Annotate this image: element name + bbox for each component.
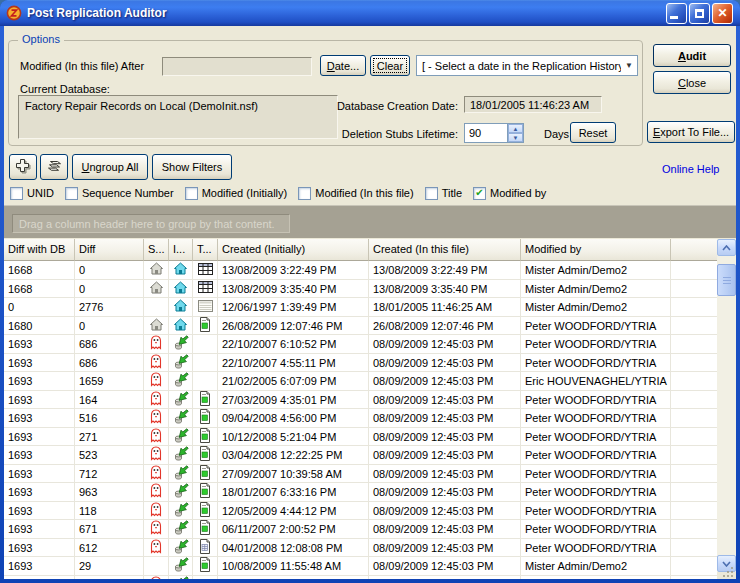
cell-created-initially: 09/04/2008 4:56:00 PM — [218, 409, 369, 428]
table-row[interactable]: 0 2776 12/06/1997 1:39:49 PM 18/01/2005 … — [4, 298, 717, 317]
checkbox[interactable] — [298, 187, 311, 200]
deletion-stubs-stepper[interactable]: 90 ▲ ▼ — [464, 123, 524, 143]
scrollbar-thumb[interactable] — [717, 264, 736, 296]
expand-groups-button[interactable] — [9, 154, 37, 180]
reset-button[interactable]: Reset — [570, 122, 616, 143]
table-row[interactable]: 1693 963 18/01/2007 6:33:16 PM 08/09/200… — [4, 483, 717, 502]
table-row[interactable]: 1693 29 10/08/2009 11:55:48 AM 08/09/200… — [4, 557, 717, 576]
cell-s-icon — [144, 261, 169, 280]
resize-grip[interactable] — [722, 566, 734, 578]
table-row[interactable]: 1680 0 26/08/2009 12:07:46 PM 26/08/2009… — [4, 317, 717, 336]
cell-created-in-file: 08/09/2009 12:45:03 PM — [369, 520, 521, 539]
column-header-diff[interactable]: Diff — [75, 239, 144, 261]
current-database-value: Factory Repair Records on Local (DemoIni… — [18, 95, 338, 139]
cell-diff-with-db: 1693 — [4, 372, 75, 391]
cell-t-icon — [193, 576, 218, 580]
home-gray-icon — [149, 281, 164, 296]
checkbox-label: Modified (Initially) — [202, 187, 288, 199]
date-button[interactable]: Date... — [320, 55, 366, 76]
table-row[interactable]: 1693 523 03/04/2008 12:22:25 PM 08/09/20… — [4, 446, 717, 465]
maximize-button[interactable] — [689, 3, 710, 24]
ungroup-all-button[interactable]: Ungroup All — [72, 154, 148, 180]
ghost-icon — [149, 520, 163, 537]
checkbox[interactable] — [10, 187, 23, 200]
checkbox[interactable] — [65, 187, 78, 200]
table-row[interactable]: 1693 612 04/01/2008 12:08:08 PM 08/09/20… — [4, 539, 717, 558]
import-icon — [173, 539, 189, 556]
cell-diff — [75, 576, 144, 580]
dialog-content: Options Modified (In this file) After Da… — [4, 26, 736, 579]
spin-up-button[interactable]: ▲ — [508, 124, 523, 133]
grouping-drop-zone[interactable]: Drag a column header here to group by th… — [4, 205, 736, 238]
column-header-created-initially[interactable]: Created (Initially) — [218, 239, 369, 261]
minimize-button[interactable] — [666, 3, 687, 24]
close-button[interactable]: Close — [653, 71, 731, 94]
cell-created-initially: 10/08/2009 11:55:48 AM — [218, 557, 369, 576]
column-header-created-in-file[interactable]: Created (In this file) — [369, 239, 521, 261]
vertical-scrollbar[interactable] — [717, 239, 736, 572]
table-row[interactable] — [4, 576, 717, 580]
column-header-t[interactable]: T... — [193, 239, 218, 261]
audit-button[interactable]: Audit — [653, 44, 731, 67]
cell-t-icon — [193, 372, 218, 391]
column-header-modified-by[interactable]: Modified by — [521, 239, 671, 261]
table-row[interactable]: 1693 671 06/11/2007 2:00:52 PM 08/09/200… — [4, 520, 717, 539]
cell-filler — [671, 539, 717, 558]
table-row[interactable]: 1693 686 22/10/2007 6:10:52 PM 08/09/200… — [4, 335, 717, 354]
cell-created-in-file: 08/09/2009 12:45:03 PM — [369, 391, 521, 410]
cell-i-icon — [169, 335, 193, 354]
table-row[interactable]: 1693 118 12/05/2009 4:44:12 PM 08/09/200… — [4, 502, 717, 521]
checkbox[interactable]: ✔ — [473, 187, 486, 200]
table-row[interactable]: 1693 271 10/12/2008 5:21:04 PM 08/09/200… — [4, 428, 717, 447]
column-toggle[interactable]: UNID — [10, 187, 54, 200]
cell-created-initially: 12/05/2009 4:44:12 PM — [218, 502, 369, 521]
table-row[interactable]: 1693 686 22/10/2007 4:55:11 PM 08/09/200… — [4, 354, 717, 373]
spin-down-button[interactable]: ▼ — [508, 133, 523, 142]
table-row[interactable]: 1693 712 27/09/2007 10:39:58 AM 08/09/20… — [4, 465, 717, 484]
table-row[interactable]: 1668 0 13/08/2009 3:22:49 PM 13/08/2009 … — [4, 261, 717, 280]
cell-created-in-file: 08/09/2009 12:45:03 PM — [369, 335, 521, 354]
table-row[interactable]: 1668 0 13/08/2009 3:35:40 PM 13/08/2009 … — [4, 280, 717, 299]
cell-created-in-file: 08/09/2009 12:45:03 PM — [369, 409, 521, 428]
table-row[interactable]: 1693 1659 21/02/2005 6:07:09 PM 08/09/20… — [4, 372, 717, 391]
scroll-up-button[interactable] — [717, 239, 736, 256]
cell-filler — [671, 520, 717, 539]
doc-icon — [199, 557, 211, 574]
doc-icon — [199, 502, 211, 519]
cell-filler — [671, 280, 717, 299]
cell-filler — [671, 261, 717, 280]
online-help-link[interactable]: Online Help — [662, 163, 719, 175]
column-toggle[interactable]: Title — [425, 187, 462, 200]
cell-diff-with-db: 1693 — [4, 557, 75, 576]
show-filters-button[interactable]: Show Filters — [152, 154, 232, 180]
cell-diff: 516 — [75, 409, 144, 428]
column-toggle[interactable]: ✔ Modified by — [473, 187, 546, 200]
cell-created-initially: 22/10/2007 4:55:11 PM — [218, 354, 369, 373]
column-toggle[interactable]: Modified (In this file) — [298, 187, 413, 200]
column-toggle[interactable]: Sequence Number — [65, 187, 174, 200]
replication-history-dropdown[interactable]: [ - Select a date in the Replication His… — [416, 55, 638, 76]
clear-button[interactable]: Clear — [370, 55, 410, 76]
cell-filler — [671, 465, 717, 484]
cell-diff-with-db: 1668 — [4, 261, 75, 280]
column-header-diff-with-db[interactable]: Diff with DB — [4, 239, 75, 261]
checkbox[interactable] — [425, 187, 438, 200]
export-to-file-button[interactable]: Export To File... — [647, 121, 735, 143]
column-header-s[interactable]: S... — [144, 239, 169, 261]
modified-after-input[interactable] — [162, 57, 312, 76]
deletion-stubs-value[interactable]: 90 — [465, 124, 507, 142]
close-window-button[interactable]: ✕ — [712, 3, 733, 24]
column-toggle[interactable]: Modified (Initially) — [185, 187, 288, 200]
checkbox[interactable] — [185, 187, 198, 200]
checkbox-label: UNID — [27, 187, 54, 199]
import-icon — [173, 391, 189, 408]
cell-t-icon — [193, 465, 218, 484]
chevron-down-icon[interactable]: ▼ — [621, 61, 637, 70]
collapse-groups-button[interactable] — [40, 154, 68, 180]
db-creation-date-label: Database Creation Date: — [330, 100, 458, 112]
cell-i-icon — [169, 298, 193, 317]
cell-created-in-file: 13/08/2009 3:22:49 PM — [369, 261, 521, 280]
table-row[interactable]: 1693 164 27/03/2009 4:35:01 PM 08/09/200… — [4, 391, 717, 410]
column-header-i[interactable]: I... — [169, 239, 193, 261]
table-row[interactable]: 1693 516 09/04/2008 4:56:00 PM 08/09/200… — [4, 409, 717, 428]
